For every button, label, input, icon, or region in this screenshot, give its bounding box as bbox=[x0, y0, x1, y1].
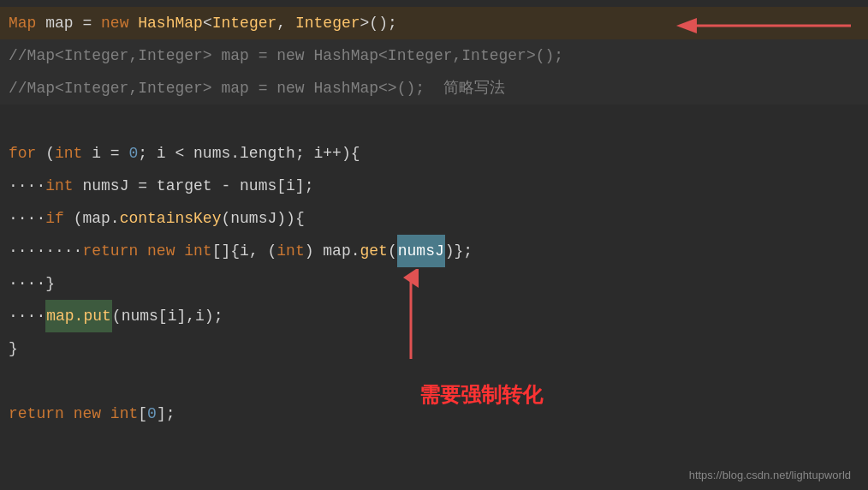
keyword-new: new bbox=[101, 7, 128, 39]
keyword-map: Map bbox=[9, 7, 36, 39]
code-line-5: for ( int i = 0 ; i < nums.length; i++){ bbox=[0, 137, 868, 170]
website-watermark: https://blog.csdn.net/lightupworld bbox=[689, 469, 851, 481]
code-line-6: ···· int numsJ = target - nums[i]; bbox=[0, 170, 868, 202]
code-line-4 bbox=[0, 105, 868, 137]
arrow-right-annotation bbox=[671, 5, 859, 46]
code-container: Map map = new HashMap < Integer , Intege… bbox=[0, 0, 868, 490]
arrow-up-annotation bbox=[368, 269, 454, 363]
code-line-7: ···· if (map. containsKey (numsJ)){ bbox=[0, 202, 868, 235]
code-line-8: ········ return new int []{i, ( int ) ma… bbox=[0, 235, 868, 267]
chinese-annotation: 需要强制转化 bbox=[419, 381, 543, 409]
code-line-3: //Map<Integer,Integer> map = new HashMap… bbox=[0, 72, 868, 105]
